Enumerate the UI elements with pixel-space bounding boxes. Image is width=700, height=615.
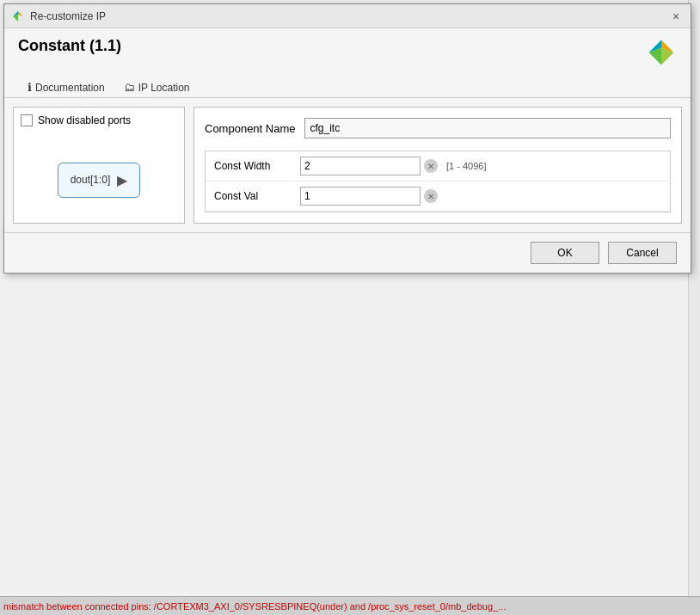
tab-ip-location[interactable]: 🗂 IP Location <box>114 77 200 97</box>
dialog-main-title: Constant (1.1) <box>18 37 121 55</box>
folder-icon: 🗂 <box>124 81 135 94</box>
ok-button[interactable]: OK <box>531 242 599 264</box>
status-text: mismatch between connected pins: /CORTEX… <box>3 601 506 612</box>
const-width-clear-icon[interactable]: ✕ <box>424 159 438 173</box>
status-bar: mismatch between connected pins: /CORTEX… <box>0 596 700 615</box>
tab-documentation[interactable]: ℹ Documentation <box>18 77 114 97</box>
component-name-label: Component Name <box>205 122 296 135</box>
vivado-title-icon <box>11 9 25 23</box>
right-panel: Component Name Const Width ✕ [1 - 4096] … <box>193 107 682 224</box>
parameters-area: Const Width ✕ [1 - 4096] Const Val ✕ <box>205 151 671 212</box>
svg-marker-5 <box>649 48 661 65</box>
component-port-label: dout[1:0] <box>71 174 111 186</box>
show-disabled-ports-row: Show disabled ports <box>21 114 177 126</box>
cancel-button[interactable]: Cancel <box>608 242 677 264</box>
dialog-body: Show disabled ports dout[1:0] ▶ Componen… <box>4 98 691 232</box>
const-val-label: Const Val <box>214 190 292 202</box>
dialog-close-button[interactable]: × <box>668 9 684 24</box>
dialog-tabs: ℹ Documentation 🗂 IP Location <box>4 73 691 98</box>
tab-documentation-label: Documentation <box>35 82 105 94</box>
dialog-titlebar: Re-customize IP × <box>4 4 691 28</box>
tab-ip-location-label: IP Location <box>138 82 190 94</box>
param-row-const-width: Const Width ✕ [1 - 4096] <box>206 151 670 181</box>
left-panel: Show disabled ports dout[1:0] ▶ <box>13 107 185 224</box>
dialog-recustomize-ip: Re-customize IP × Constant (1.1) ℹ Docum… <box>3 3 691 274</box>
const-width-input-wrap: ✕ <box>300 157 438 175</box>
show-disabled-ports-checkbox[interactable] <box>21 114 33 126</box>
vivado-logo <box>646 37 677 68</box>
dialog-footer: OK Cancel <box>4 232 691 273</box>
dialog-header: Constant (1.1) <box>4 28 691 73</box>
dialog-title-text: Re-customize IP <box>30 10 106 22</box>
show-disabled-ports-label: Show disabled ports <box>38 114 131 126</box>
port-arrow-icon: ▶ <box>117 172 127 188</box>
const-val-input-wrap: ✕ <box>300 187 438 206</box>
dialog-title-left: Re-customize IP <box>11 9 106 23</box>
const-width-label: Const Width <box>214 160 292 172</box>
info-icon: ℹ <box>28 81 32 94</box>
component-name-row: Component Name <box>205 118 671 138</box>
param-row-const-val: Const Val ✕ <box>206 181 670 212</box>
component-diagram-area: dout[1:0] ▶ <box>21 144 177 216</box>
const-val-clear-icon[interactable]: ✕ <box>424 189 438 203</box>
component-name-input[interactable] <box>304 118 672 138</box>
const-width-range: [1 - 4096] <box>446 161 486 171</box>
component-box: dout[1:0] ▶ <box>58 163 141 198</box>
svg-marker-6 <box>661 48 673 65</box>
const-width-input[interactable] <box>300 157 421 175</box>
svg-marker-0 <box>18 11 23 16</box>
const-val-input[interactable] <box>300 187 421 206</box>
